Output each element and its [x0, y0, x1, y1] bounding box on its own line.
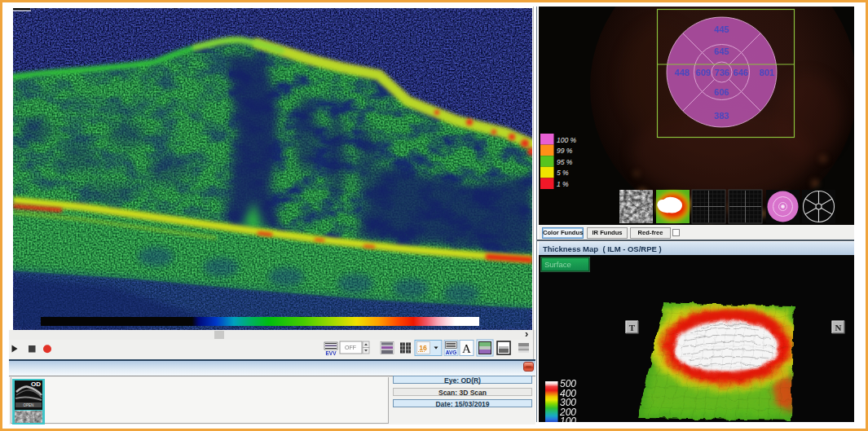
- svg-text:606: 606: [714, 87, 729, 97]
- svg-text:448: 448: [675, 68, 690, 77]
- svg-text:T: T: [629, 323, 636, 332]
- svg-text:16: 16: [419, 344, 427, 352]
- svg-text:EVV: EVV: [325, 350, 337, 356]
- svg-text:609: 609: [696, 68, 711, 77]
- svg-text:736: 736: [715, 68, 729, 77]
- svg-text:801: 801: [760, 68, 774, 77]
- svg-text:445: 445: [714, 24, 729, 34]
- svg-text:100: 100: [560, 416, 576, 422]
- svg-text:646: 646: [734, 68, 748, 77]
- svg-text:5 %: 5 %: [557, 169, 569, 177]
- svg-text:Surface: Surface: [544, 260, 571, 269]
- svg-text:OPEN: OPEN: [24, 403, 34, 407]
- svg-text:1 %: 1 %: [557, 180, 569, 188]
- svg-text:95 %: 95 %: [557, 158, 573, 166]
- svg-text:AVG: AVG: [446, 350, 457, 355]
- svg-text:645: 645: [714, 46, 729, 56]
- svg-text:OD: OD: [31, 380, 41, 388]
- svg-text:A: A: [462, 342, 471, 355]
- svg-text:99 %: 99 %: [557, 147, 573, 155]
- svg-text:OFF: OFF: [345, 345, 356, 350]
- svg-text:383: 383: [714, 111, 729, 121]
- svg-text:N: N: [835, 323, 842, 332]
- svg-text:100 %: 100 %: [557, 136, 577, 144]
